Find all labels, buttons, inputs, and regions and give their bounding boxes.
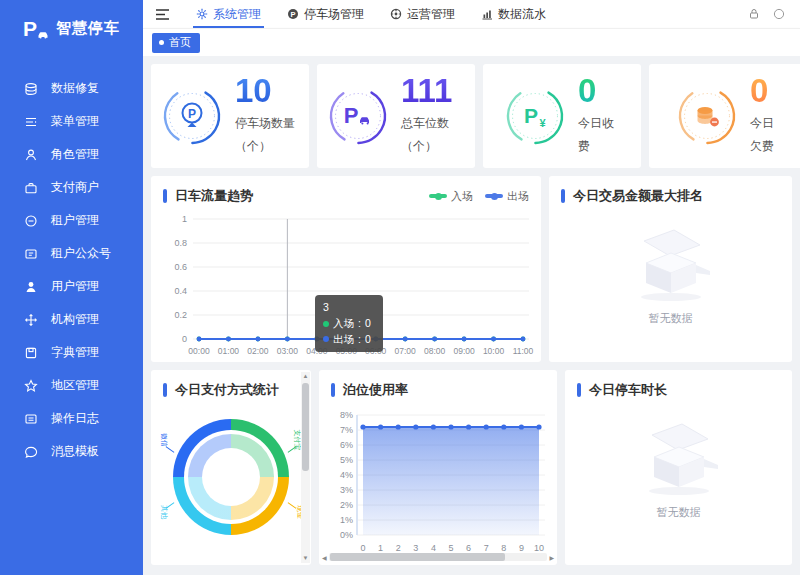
payment-panel-title: 今日支付方式统计 xyxy=(175,381,279,399)
breadcrumb-home-label: 首页 xyxy=(169,35,191,50)
svg-text:3%: 3% xyxy=(340,485,353,495)
nav-tab-label: 数据流水 xyxy=(498,6,546,23)
scroll-right-icon[interactable]: ▶ xyxy=(549,554,554,561)
transaction-ranking-panel: 今日交易金额最大排名 暂无数据 xyxy=(549,176,792,362)
duration-panel-title: 今日停车时长 xyxy=(589,381,667,399)
menu-item-icon xyxy=(24,445,38,459)
svg-text:01:00: 01:00 xyxy=(218,346,240,356)
menu-item-label: 地区管理 xyxy=(51,377,99,394)
svg-text:6%: 6% xyxy=(340,440,353,450)
collapse-sidebar-icon[interactable] xyxy=(155,5,173,23)
sidebar-menu-item[interactable]: 数据修复 xyxy=(0,72,143,105)
parking-lot-count-icon: P xyxy=(161,85,223,147)
lock-icon[interactable] xyxy=(748,8,761,21)
breadcrumb: 首页 xyxy=(143,28,800,56)
empty-text: 暂无数据 xyxy=(649,311,693,326)
menu-item-label: 支付商户 xyxy=(51,179,99,196)
svg-text:1%: 1% xyxy=(340,515,353,525)
scrollbar-thumb[interactable] xyxy=(330,553,505,561)
menu-item-label: 租户公众号 xyxy=(51,245,111,262)
menu-item-icon xyxy=(24,346,38,360)
svg-text:0: 0 xyxy=(182,334,187,344)
scrollbar-thumb[interactable] xyxy=(302,383,309,471)
stat-value: 111 xyxy=(401,74,465,109)
legend-label: 出场 xyxy=(507,189,529,204)
parking-duration-panel: 今日停车时长 暂无数据 xyxy=(565,370,792,565)
stat-label: 停车场数量（个） xyxy=(235,112,299,158)
pie-label-line xyxy=(166,446,175,453)
scroll-down-icon[interactable]: ▼ xyxy=(303,554,309,563)
sidebar-menu-item[interactable]: 字典管理 xyxy=(0,336,143,369)
title-accent-bar xyxy=(577,383,581,397)
nav-tab[interactable]: 系统管理 xyxy=(183,0,274,28)
legend-item[interactable]: 入场 xyxy=(429,189,473,204)
svg-text:P: P xyxy=(344,103,359,128)
sidebar-menu-item[interactable]: 租户管理 xyxy=(0,204,143,237)
dot-icon xyxy=(159,40,164,45)
title-accent-bar xyxy=(331,383,335,397)
stat-label: 今日欠费 xyxy=(750,112,780,158)
title-accent-bar xyxy=(163,189,167,203)
menu-item-icon xyxy=(24,379,38,393)
berth-chart: 8%7%6%5%4%3%2%1%0%012345678910 xyxy=(319,405,557,559)
traffic-panel-header: 日车流量趋势 入场 xyxy=(151,176,541,211)
svg-text:1: 1 xyxy=(182,214,187,224)
sidebar-menu-item[interactable]: 地区管理 xyxy=(0,369,143,402)
sidebar-menu-item[interactable]: 操作日志 xyxy=(0,402,143,435)
breadcrumb-home-tag[interactable]: 首页 xyxy=(152,33,200,53)
sidebar-menu-item[interactable]: 菜单管理 xyxy=(0,105,143,138)
main-area: 系统管理 P 停车场管理 运营管理 数据流水 xyxy=(143,0,800,575)
stat-value: 10 xyxy=(235,74,299,109)
svg-text:¥: ¥ xyxy=(539,117,546,129)
legend-label: 入场 xyxy=(451,189,473,204)
horizontal-scrollbar[interactable]: ◀ ▶ xyxy=(322,552,554,562)
dashboard-content: P 10 停车场数量（个） P xyxy=(143,56,800,575)
nav-tab[interactable]: 运营管理 xyxy=(377,0,468,28)
app-window: P 智慧停车 数据修复 菜单管理 xyxy=(0,0,800,575)
berth-panel-title: 泊位使用率 xyxy=(343,381,408,399)
sidebar-menu-item[interactable]: 机构管理 xyxy=(0,303,143,336)
sidebar-menu-item[interactable]: 支付商户 xyxy=(0,171,143,204)
menu-item-label: 用户管理 xyxy=(51,278,99,295)
sidebar-menu-item[interactable]: 用户管理 xyxy=(0,270,143,303)
logo-letter: P xyxy=(23,18,37,39)
menu-item-icon xyxy=(24,115,38,129)
vertical-scrollbar[interactable]: ▲ ▼ xyxy=(301,372,310,563)
scroll-left-icon[interactable]: ◀ xyxy=(322,554,327,561)
sidebar-menu-item[interactable]: 角色管理 xyxy=(0,138,143,171)
menu-item-label: 机构管理 xyxy=(51,311,99,328)
sidebar-menu-item[interactable]: 租户公众号 xyxy=(0,237,143,270)
svg-text:5%: 5% xyxy=(340,455,353,465)
stat-cards-row: P 10 停车场数量（个） P xyxy=(151,64,792,168)
scroll-up-icon[interactable]: ▲ xyxy=(303,372,309,381)
parking-logo-icon: P xyxy=(23,18,49,39)
nav-tab[interactable]: P 停车场管理 xyxy=(274,0,377,28)
menu-item-label: 字典管理 xyxy=(51,344,99,361)
menu-item-label: 操作日志 xyxy=(51,410,99,427)
nav-tabs: 系统管理 P 停车场管理 运营管理 数据流水 xyxy=(183,0,748,28)
user-avatar-icon[interactable] xyxy=(773,8,786,21)
svg-text:0.2: 0.2 xyxy=(174,310,187,320)
nav-tab-icon xyxy=(481,8,493,20)
sidebar: P 智慧停车 数据修复 菜单管理 xyxy=(0,0,143,575)
svg-text:2%: 2% xyxy=(340,500,353,510)
app-title: 智慧停车 xyxy=(56,19,120,38)
menu-item-label: 角色管理 xyxy=(51,146,99,163)
stat-value: 0 xyxy=(750,74,780,109)
nav-tab-label: 停车场管理 xyxy=(304,6,364,23)
donut-hole xyxy=(202,448,260,506)
ranking-empty-state: 暂无数据 xyxy=(549,211,792,326)
svg-text:09:00: 09:00 xyxy=(453,346,475,356)
scrollbar-track[interactable] xyxy=(329,553,548,561)
svg-text:03:00: 03:00 xyxy=(277,346,299,356)
menu-item-icon xyxy=(24,181,38,195)
svg-text:0%: 0% xyxy=(340,530,353,540)
nav-tab-icon xyxy=(390,8,402,20)
nav-tab[interactable]: 数据流水 xyxy=(468,0,559,28)
sidebar-menu-item[interactable]: 消息模板 xyxy=(0,435,143,468)
traffic-chart: 10.80.60.40.2000:0001:0002:0003:0004:000… xyxy=(151,211,541,359)
menu-item-icon xyxy=(24,214,38,228)
sidebar-menu: 数据修复 菜单管理 角色管理 支付商户 xyxy=(0,56,143,468)
svg-text:08:00: 08:00 xyxy=(424,346,446,356)
legend-item[interactable]: 出场 xyxy=(485,189,529,204)
